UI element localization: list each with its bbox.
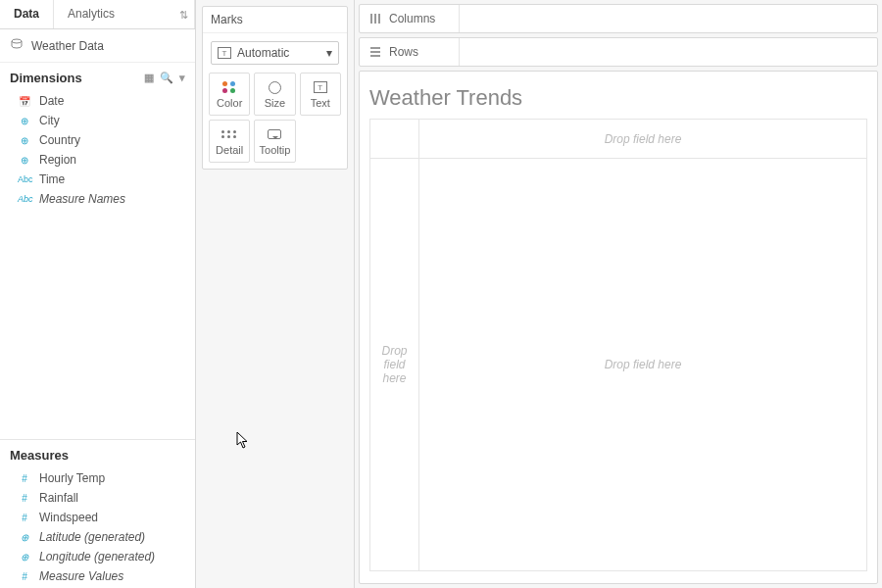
mark-button-label: Size bbox=[265, 97, 285, 109]
measures-label: Measures bbox=[10, 448, 69, 463]
field-label: Longitude (generated) bbox=[39, 550, 155, 564]
field-label: Windspeed bbox=[39, 511, 98, 524]
viz-title[interactable]: Weather Trends bbox=[369, 81, 867, 119]
svg-rect-2 bbox=[374, 14, 376, 24]
field-label: Region bbox=[39, 153, 76, 167]
mark-text-button[interactable]: T Text bbox=[300, 73, 341, 116]
tab-analytics-label: Analytics bbox=[68, 7, 115, 21]
field-label: Latitude (generated) bbox=[39, 530, 145, 544]
data-panel: Data Analytics ⇅ Weather Data Dimensions… bbox=[0, 0, 196, 588]
hash-icon: # bbox=[18, 571, 31, 582]
data-panel-tabs: Data Analytics ⇅ bbox=[0, 0, 195, 29]
rows-drop-zone[interactable] bbox=[460, 38, 877, 66]
swap-icon: ⇅ bbox=[179, 8, 188, 21]
hash-icon: # bbox=[18, 493, 31, 504]
mark-color-button[interactable]: Color bbox=[209, 73, 250, 116]
field-label: Hourly Temp bbox=[39, 471, 105, 485]
field-label: Rainfall bbox=[39, 491, 78, 505]
marks-card: Marks T Automatic ▾ Color Size T Text bbox=[202, 6, 348, 170]
mark-type-label: Automatic bbox=[237, 46, 289, 60]
globe-icon: ⊕ bbox=[18, 552, 31, 563]
columns-drop-zone[interactable] bbox=[460, 5, 877, 32]
svg-point-0 bbox=[12, 39, 22, 43]
svg-rect-3 bbox=[378, 14, 380, 24]
field-date[interactable]: 📅Date bbox=[0, 91, 195, 111]
view-area: Columns Rows Weather Trends Drop field h… bbox=[355, 0, 882, 588]
tab-analytics[interactable]: Analytics ⇅ bbox=[54, 0, 195, 28]
field-label: Date bbox=[39, 94, 64, 108]
detail-icon bbox=[221, 126, 237, 142]
svg-rect-4 bbox=[370, 47, 380, 49]
field-label: Country bbox=[39, 133, 80, 147]
globe-icon: ⊕ bbox=[18, 116, 31, 126]
marks-title: Marks bbox=[203, 7, 347, 33]
viz-drop-top[interactable]: Drop field here bbox=[419, 120, 866, 159]
mark-button-label: Text bbox=[311, 97, 330, 109]
field-measure-names[interactable]: AbcMeasure Names bbox=[0, 189, 195, 209]
field-region[interactable]: ⊕Region bbox=[0, 150, 195, 170]
rows-shelf-label: Rows bbox=[360, 38, 460, 66]
hash-icon: # bbox=[18, 473, 31, 484]
viz-drop-main[interactable]: Drop field here bbox=[419, 159, 866, 570]
mark-tooltip-button[interactable]: Tooltip bbox=[254, 120, 295, 163]
tab-data[interactable]: Data bbox=[0, 0, 54, 28]
datasource-name: Weather Data bbox=[31, 39, 104, 53]
viz-corner bbox=[370, 120, 419, 159]
field-time[interactable]: AbcTime bbox=[0, 170, 195, 189]
measures-header: Measures bbox=[0, 439, 195, 466]
globe-icon: ⊕ bbox=[18, 155, 31, 166]
svg-rect-5 bbox=[370, 51, 380, 53]
measures-list: #Hourly Temp #Rainfall #Windspeed ⊕Latit… bbox=[0, 466, 195, 588]
viz-card: Weather Trends Drop field here Drop fiel… bbox=[359, 71, 878, 584]
field-city[interactable]: ⊕City bbox=[0, 111, 195, 130]
marks-buttons: Color Size T Text Detail Tooltip bbox=[203, 73, 347, 169]
abc-icon: Abc bbox=[18, 174, 31, 184]
tooltip-icon bbox=[268, 126, 281, 142]
mark-button-label: Tooltip bbox=[260, 144, 291, 156]
globe-icon: ⊕ bbox=[18, 532, 31, 543]
svg-rect-1 bbox=[370, 14, 372, 24]
dimensions-list: 📅Date ⊕City ⊕Country ⊕Region AbcTime Abc… bbox=[0, 89, 195, 211]
field-label: City bbox=[39, 114, 60, 127]
field-label: Time bbox=[39, 172, 65, 186]
field-windspeed[interactable]: #Windspeed bbox=[0, 508, 195, 527]
columns-icon bbox=[369, 13, 381, 24]
view-grid-icon[interactable]: ▦ bbox=[144, 72, 154, 84]
field-measure-values[interactable]: #Measure Values bbox=[0, 566, 195, 586]
columns-shelf[interactable]: Columns bbox=[359, 4, 878, 33]
dimensions-label: Dimensions bbox=[10, 71, 82, 85]
rows-icon bbox=[369, 46, 381, 58]
mark-detail-button[interactable]: Detail bbox=[209, 120, 250, 163]
shelf-label-text: Rows bbox=[389, 45, 418, 59]
field-rainfall[interactable]: #Rainfall bbox=[0, 488, 195, 508]
search-icon[interactable]: 🔍 bbox=[160, 72, 173, 84]
mark-button-label: Color bbox=[217, 97, 242, 109]
viz-drop-grid: Drop field here Drop field here Drop fie… bbox=[369, 119, 867, 571]
globe-icon: ⊕ bbox=[18, 135, 31, 146]
field-label: Measure Names bbox=[39, 192, 125, 206]
mark-type-select[interactable]: T Automatic ▾ bbox=[211, 41, 339, 65]
mark-size-button[interactable]: Size bbox=[254, 73, 295, 116]
dropdown-icon[interactable]: ▾ bbox=[179, 72, 185, 84]
rows-shelf[interactable]: Rows bbox=[359, 37, 878, 67]
text-icon: T bbox=[314, 79, 327, 95]
auto-mark-icon: T bbox=[218, 47, 231, 59]
color-icon bbox=[222, 79, 236, 95]
field-hourly-temp[interactable]: #Hourly Temp bbox=[0, 468, 195, 488]
chevron-down-icon: ▾ bbox=[326, 46, 332, 60]
abc-icon: Abc bbox=[18, 194, 31, 204]
datasource-icon bbox=[10, 37, 24, 54]
mark-button-label: Detail bbox=[216, 144, 243, 156]
dimensions-header: Dimensions ▦ 🔍 ▾ bbox=[0, 63, 195, 89]
field-latitude[interactable]: ⊕Latitude (generated) bbox=[0, 527, 195, 547]
marks-panel: Marks T Automatic ▾ Color Size T Text bbox=[196, 0, 355, 588]
viz-drop-left[interactable]: Drop field here bbox=[370, 159, 419, 570]
hash-icon: # bbox=[18, 513, 31, 523]
svg-rect-6 bbox=[370, 55, 380, 57]
field-longitude[interactable]: ⊕Longitude (generated) bbox=[0, 547, 195, 566]
shelf-label-text: Columns bbox=[389, 12, 435, 25]
field-country[interactable]: ⊕Country bbox=[0, 130, 195, 150]
datasource-row[interactable]: Weather Data bbox=[0, 29, 195, 63]
columns-shelf-label: Columns bbox=[360, 5, 460, 32]
size-icon bbox=[269, 79, 281, 95]
